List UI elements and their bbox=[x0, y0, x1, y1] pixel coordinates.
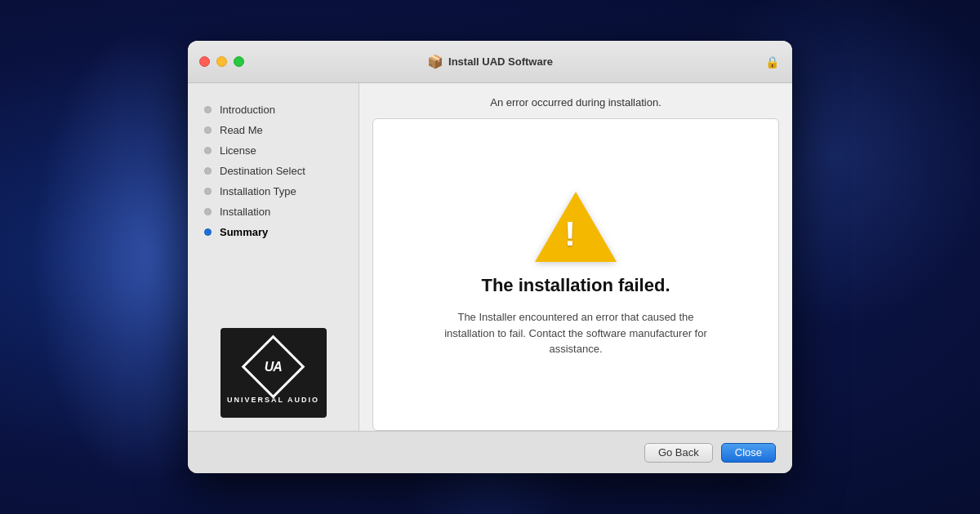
sidebar-dot-destination-select bbox=[204, 167, 212, 175]
sidebar-item-destination-select[interactable]: Destination Select bbox=[188, 161, 359, 181]
maximize-window-button[interactable] bbox=[234, 56, 244, 67]
titlebar: 📦 Install UAD Software 🔒 bbox=[188, 41, 792, 83]
window-title-icon: 📦 bbox=[427, 54, 443, 69]
sidebar-nav: IntroductionRead MeLicenseDestination Se… bbox=[188, 83, 359, 315]
ua-diamond-shape: UA bbox=[242, 335, 305, 398]
traffic-lights bbox=[199, 56, 244, 67]
go-back-button[interactable]: Go Back bbox=[644, 443, 713, 463]
error-description: The Installer encountered an error that … bbox=[437, 309, 715, 357]
universal-audio-logo: UA UNIVERSAL AUDIO bbox=[220, 328, 327, 418]
lock-icon: 🔒 bbox=[765, 55, 779, 69]
ua-logo-symbol: UA bbox=[245, 342, 302, 391]
sidebar-dot-installation-type bbox=[204, 188, 212, 195]
window-title-text: Install UAD Software bbox=[448, 55, 553, 68]
minimize-window-button[interactable] bbox=[216, 56, 227, 67]
sidebar-item-summary[interactable]: Summary bbox=[188, 222, 359, 242]
sidebar: IntroductionRead MeLicenseDestination Se… bbox=[188, 83, 359, 431]
window-content: IntroductionRead MeLicenseDestination Se… bbox=[188, 83, 792, 431]
sidebar-label-installation: Installation bbox=[220, 206, 270, 218]
ua-letters: UA bbox=[265, 359, 282, 374]
error-title: The installation failed. bbox=[481, 275, 670, 296]
sidebar-label-summary: Summary bbox=[220, 226, 268, 238]
sidebar-dot-summary bbox=[204, 228, 212, 236]
close-button[interactable]: Close bbox=[721, 443, 776, 463]
window-title: 📦 Install UAD Software bbox=[427, 54, 553, 69]
warning-icon-container bbox=[535, 192, 617, 262]
sidebar-dot-license bbox=[204, 147, 212, 154]
sidebar-item-license[interactable]: License bbox=[188, 140, 359, 161]
sidebar-dot-installation bbox=[204, 208, 212, 215]
error-content-box: The installation failed. The Installer e… bbox=[372, 118, 779, 431]
sidebar-item-installation-type[interactable]: Installation Type bbox=[188, 181, 359, 202]
sidebar-label-license: License bbox=[220, 144, 256, 157]
close-window-button[interactable] bbox=[199, 56, 210, 67]
warning-triangle-icon bbox=[535, 192, 617, 262]
sidebar-dot-read-me bbox=[204, 126, 212, 134]
sidebar-label-introduction: Introduction bbox=[220, 104, 275, 116]
sidebar-label-installation-type: Installation Type bbox=[220, 185, 296, 197]
installer-window: 📦 Install UAD Software 🔒 IntroductionRea… bbox=[188, 41, 792, 473]
sidebar-logo-area: UA UNIVERSAL AUDIO bbox=[188, 315, 359, 431]
sidebar-item-installation[interactable]: Installation bbox=[188, 202, 359, 222]
bottom-bar: Go Back Close bbox=[188, 431, 792, 473]
sidebar-item-read-me[interactable]: Read Me bbox=[188, 120, 359, 140]
main-panel: An error occurred during installation. T… bbox=[359, 83, 792, 431]
sidebar-label-read-me: Read Me bbox=[220, 124, 263, 136]
error-banner: An error occurred during installation. bbox=[359, 96, 792, 118]
sidebar-item-introduction[interactable]: Introduction bbox=[188, 100, 359, 120]
sidebar-dot-introduction bbox=[204, 106, 212, 113]
sidebar-label-destination-select: Destination Select bbox=[220, 165, 305, 177]
